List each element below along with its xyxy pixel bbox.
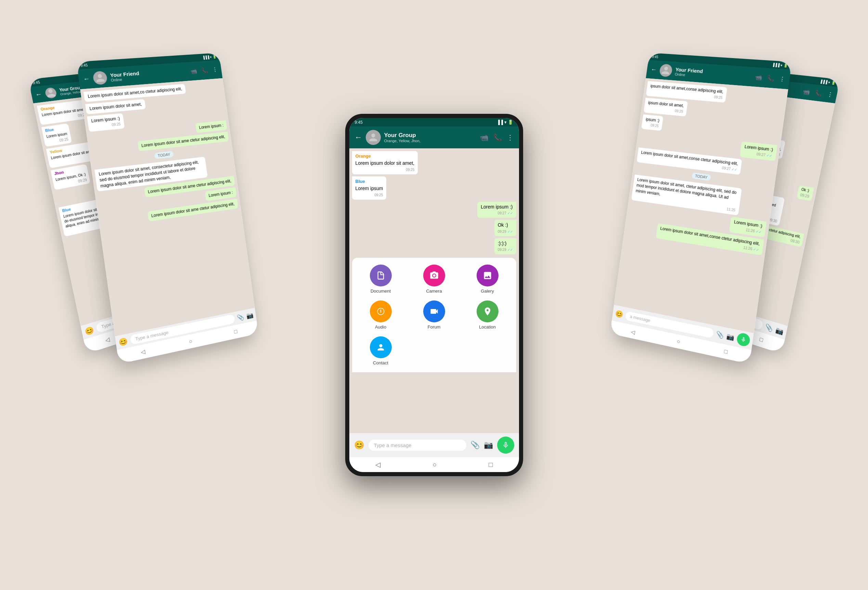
phone-center-inner: 9:45 ▐▐ ▾ 🔋 ← Your Group Orange, Yellow,… — [349, 118, 519, 472]
document-icon — [370, 265, 392, 287]
nav-back-center[interactable]: ◁ — [375, 461, 381, 469]
audio-label: Audio — [375, 324, 386, 330]
rf-msg-6: Lorem ipsum dolor sit amet, ctetur adipi… — [631, 175, 742, 216]
attach-icon-lf[interactable]: 📎 — [236, 313, 244, 322]
attach-icon-rb[interactable]: 📎 — [764, 323, 774, 333]
location-icon — [477, 300, 499, 322]
galery-label: Galery — [481, 288, 494, 294]
more-icon-rb[interactable]: ⋮ — [826, 91, 833, 98]
status-bar-center: 9:45 ▐▐ ▾ 🔋 — [349, 118, 519, 127]
nav-back-rf[interactable]: ◁ — [630, 328, 635, 335]
phone-icon-lf[interactable]: 📞 — [201, 67, 208, 74]
center-msg-1: Orange Lorem ipsum dolor sit amet, 09:25 — [352, 151, 418, 174]
camera-icon-center[interactable]: 📷 — [484, 441, 493, 450]
back-arrow-lf[interactable]: ← — [83, 75, 90, 83]
attach-icon-center[interactable]: 📎 — [471, 441, 480, 450]
rb-msg-5: Ok :) 09:29 — [796, 185, 813, 202]
video-icon-rb[interactable]: 📹 — [802, 88, 810, 96]
galery-icon — [477, 265, 499, 287]
group-name-center: Your Group — [384, 132, 477, 139]
lf-msg-3: Lorem ipsum :) 09:25 — [87, 113, 125, 132]
mic-button-center[interactable] — [497, 437, 514, 454]
rf-msg-4: Lorem ipsum :) 09:27 ✓✓ — [740, 141, 777, 161]
location-label: Location — [479, 324, 496, 330]
message-input-center[interactable]: Type a message — [369, 440, 466, 451]
nav-bar-center: ◁ ○ □ — [349, 457, 519, 472]
video-icon-center[interactable]: 📹 — [480, 133, 489, 141]
forum-label: Forum — [428, 324, 441, 330]
rf-msg-5: Lorem ipsum dolor sit amet,conse ctetur … — [636, 147, 742, 175]
nav-recent-center[interactable]: □ — [489, 461, 493, 469]
audio-icon — [370, 300, 392, 322]
attach-galery[interactable]: Galery — [464, 265, 511, 294]
center-msg-2: Blue Lorem ipsum 09:25 — [352, 177, 387, 200]
nav-home-lf[interactable]: ○ — [189, 338, 193, 345]
contact-label: Contact — [373, 360, 388, 365]
more-icon-lf[interactable]: ⋮ — [212, 66, 218, 73]
camera-icon-rf[interactable]: 📷 — [726, 332, 735, 341]
attach-forum[interactable]: Forum — [411, 300, 458, 330]
lf-msg-9: Lorem ipsum dolor sit ame ctetur adipisc… — [147, 199, 238, 221]
video-icon-lf[interactable]: 📹 — [190, 68, 198, 75]
input-bar-center: 😊 Type a message 📎 📷 — [349, 433, 519, 457]
svg-point-0 — [380, 309, 381, 310]
today-label-rf: TODAY — [691, 172, 711, 181]
nav-home-rf[interactable]: ○ — [676, 338, 681, 345]
nav-recent-rb[interactable]: □ — [759, 336, 764, 343]
attach-contact[interactable]: Contact — [357, 336, 404, 365]
back-arrow-center[interactable]: ← — [355, 133, 362, 142]
lf-msg-5: Lorem ipsum dolor sit ame ctetur adipisc… — [137, 132, 229, 151]
camera-icon-lf[interactable]: 📷 — [246, 311, 254, 319]
attach-location[interactable]: Location — [464, 300, 511, 330]
today-label-lf: TODAY — [154, 151, 173, 159]
center-msg-5: :):):) 09:29 ✓✓ — [495, 238, 516, 255]
more-icon-rf[interactable]: ⋮ — [779, 75, 785, 83]
attach-icon-rf[interactable]: 📎 — [715, 330, 724, 340]
phone-center: 9:45 ▐▐ ▾ 🔋 ← Your Group Orange, Yellow,… — [345, 114, 523, 476]
avatar-left-front — [92, 71, 108, 85]
header-icons-rf: 📹 📞 ⋮ — [754, 74, 785, 83]
lf-msg-8: Lorem ipsum : — [205, 187, 236, 201]
emoji-icon[interactable]: 😊 — [84, 325, 94, 336]
forum-icon — [423, 300, 445, 322]
phone-icon-center[interactable]: 📞 — [493, 133, 502, 141]
center-msg-4: Ok :) 09:29 ✓✓ — [495, 220, 516, 236]
nav-recent-rf[interactable]: □ — [723, 348, 728, 355]
video-icon-rf[interactable]: 📹 — [754, 74, 762, 81]
mic-btn-rf[interactable] — [736, 332, 751, 347]
back-arrow[interactable]: ← — [34, 90, 43, 99]
rf-msg-3: ipsum :) 09:25 — [641, 114, 663, 131]
avatar-rf — [658, 63, 673, 77]
phone-icon-rb[interactable]: 📞 — [814, 89, 822, 97]
lf-msg-2: Lorem ipsum dolor sit amet, — [85, 99, 146, 114]
avatar-center — [366, 130, 381, 145]
attach-camera[interactable]: Camera — [411, 265, 458, 294]
document-label: Document — [371, 288, 391, 294]
emoji-icon-lf[interactable]: 😊 — [118, 336, 128, 347]
attach-document[interactable]: Document — [357, 265, 404, 294]
rf-msg-2: ipsum dolor sit amet, 09:25 — [644, 98, 688, 116]
nav-home-center[interactable]: ○ — [433, 461, 437, 469]
camera-icon-rb[interactable]: 📷 — [775, 326, 784, 336]
nav-back-lf[interactable]: ◁ — [140, 348, 145, 356]
header-info-center: Your Group Orange, Yellow, Jhon, — [384, 132, 477, 143]
center-msg-3: Lorem ipsum :) 09:27 ✓✓ — [477, 202, 516, 218]
contact-icon — [370, 336, 392, 358]
emoji-icon-rf[interactable]: 😊 — [614, 309, 623, 319]
header-info-left-front: Your Friend Online — [109, 67, 188, 82]
nav-recent-lf[interactable]: □ — [234, 328, 238, 335]
header-icons-center: 📹 📞 ⋮ — [480, 133, 514, 141]
more-icon-center[interactable]: ⋮ — [507, 133, 514, 141]
lf-msg-4: Lorem ipsum : — [195, 120, 227, 133]
attach-audio[interactable]: Audio — [357, 300, 404, 330]
chat-area-center: Orange Lorem ipsum dolor sit amet, 09:25… — [349, 149, 519, 433]
phone-icon-rf[interactable]: 📞 — [766, 75, 775, 82]
nav-back[interactable]: ◁ — [104, 336, 110, 344]
header-info-rf: Your Friend Online — [675, 66, 752, 82]
avatar-left-back — [44, 87, 57, 99]
back-arrow-rf[interactable]: ← — [650, 66, 657, 73]
emoji-icon-center[interactable]: 😊 — [354, 440, 365, 450]
scene: 9:45 ▐▐▐ ▾ 🔋 ← Your Group Orange, Yellow… — [58, 22, 810, 568]
header-center: ← Your Group Orange, Yellow, Jhon, 📹 📞 ⋮ — [349, 127, 519, 149]
header-icons-rb: 📹 📞 ⋮ — [802, 88, 833, 98]
